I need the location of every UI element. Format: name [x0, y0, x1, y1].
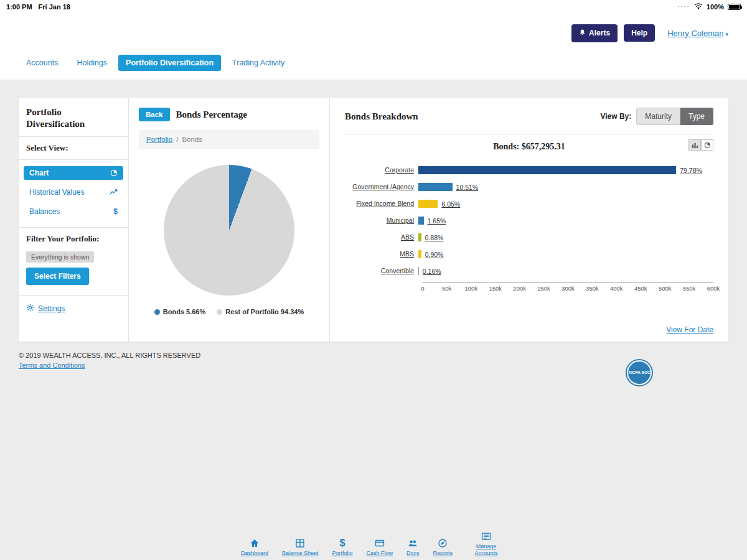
breadcrumb: Portfolio / Bonds	[139, 130, 319, 149]
axis-tick-label: 0	[421, 285, 424, 292]
bar-track: 1.65%	[418, 217, 713, 225]
settings-link[interactable]: Settings	[38, 304, 65, 313]
select-filters-button[interactable]: Select Filters	[26, 268, 89, 285]
help-label: Help	[631, 29, 647, 37]
bar-percent-link-convertible[interactable]: 0.16%	[423, 267, 441, 276]
trend-icon	[110, 189, 118, 195]
bottom-nav-dashboard[interactable]: Dashboard	[241, 538, 268, 556]
bar-row: MBS0.90%	[345, 246, 713, 263]
bar-percent-link-corporate[interactable]: 79.78%	[680, 166, 702, 175]
divider	[345, 134, 713, 134]
bar-category-link-mbs[interactable]: MBS	[345, 251, 418, 258]
pie-chart-toggle-icon[interactable]	[701, 139, 713, 151]
bottom-nav-label: Cash Flow	[367, 550, 393, 556]
bottom-nav-portfolio[interactable]: $Portfolio	[332, 538, 353, 556]
bottom-nav-cash-flow[interactable]: Cash Flow	[367, 538, 393, 556]
bar-category-link-government-agency[interactable]: Government /Agency	[345, 184, 418, 191]
bar-percent-link-abs[interactable]: 0.88%	[425, 233, 444, 242]
terms-and-conditions-link[interactable]: Terms and Conditions	[19, 362, 85, 369]
axis-tick-label: 400k	[610, 285, 623, 292]
bar-panel-title: Bonds Breakdown	[345, 111, 418, 122]
status-bar: 1:00 PM Fri Jan 18 ···· 100%	[0, 0, 747, 14]
bar-category-link-municipal[interactable]: Municipal	[345, 217, 418, 225]
bar-category-link-fixed-income-blend[interactable]: Fixed Income Blend	[345, 200, 418, 208]
axis-tick-label: 200k	[513, 285, 526, 292]
bar-track: 0.16%	[418, 267, 713, 276]
bar-category-link-corporate[interactable]: Corporate	[345, 167, 418, 174]
bell-icon	[579, 29, 586, 38]
alerts-button[interactable]: Alerts	[571, 24, 618, 42]
bar-government-agency[interactable]	[418, 183, 453, 191]
copyright-text: © 2019 WEALTH ACCESS, INC., ALL RIGHTS R…	[19, 352, 728, 359]
sidebar: Portfolio Diversification Select View: C…	[19, 98, 129, 342]
bonds-bar-chart: Corporate79.78%Government /Agency10.51%F…	[345, 162, 713, 279]
sidebar-item-balances[interactable]: Balances$	[24, 205, 123, 218]
legend-label: Rest of Portfolio 94.34%	[225, 308, 304, 315]
bar-percent-link-fixed-income-blend[interactable]: 6.05%	[441, 200, 460, 208]
main-card: Portfolio Diversification Select View: C…	[19, 98, 728, 342]
bar-chart-toggle-icon[interactable]	[688, 139, 701, 151]
bar-chart-title: Bonds: $657,295.31	[493, 142, 565, 151]
view-item-label: Balances	[29, 207, 60, 216]
view-item-label: Chart	[29, 169, 49, 177]
user-menu[interactable]: Henry Coleman▾	[667, 29, 728, 38]
legend-item-rest-of-portfolio[interactable]: Rest of Portfolio 94.34%	[217, 308, 304, 315]
help-button[interactable]: Help	[624, 24, 655, 42]
breadcrumb-separator: /	[176, 136, 178, 143]
legend-label: Bonds 5.66%	[163, 308, 205, 315]
sidebar-item-chart[interactable]: Chart	[24, 166, 123, 180]
sidebar-item-historical-values[interactable]: Historical Values	[24, 185, 123, 199]
bar-row: Government /Agency10.51%	[345, 179, 713, 195]
bar-convertible[interactable]	[418, 267, 419, 275]
compass-icon	[438, 538, 448, 548]
bottom-nav-docs[interactable]: Docs	[406, 538, 420, 556]
bonds-percentage-panel: Back Bonds Percentage Portfolio / Bonds …	[129, 98, 330, 342]
breadcrumb-portfolio-link[interactable]: Portfolio	[146, 136, 172, 143]
settings-link-row[interactable]: Settings	[19, 295, 128, 322]
bottom-nav-reports[interactable]: Reports	[433, 538, 453, 556]
bar-percent-link-mbs[interactable]: 0.90%	[425, 250, 444, 259]
tab-trading-activity[interactable]: Trading Activity	[225, 55, 292, 71]
bar-percent-link-municipal[interactable]: 1.65%	[428, 217, 446, 225]
bottom-nav: DashboardBalance Sheet$PortfolioCash Flo…	[0, 531, 747, 556]
chart-type-toggles	[688, 139, 713, 151]
axis-tick-label: 50k	[442, 285, 451, 292]
bar-municipal[interactable]	[418, 217, 424, 225]
tab-accounts[interactable]: Accounts	[19, 55, 65, 71]
bar-category-link-abs[interactable]: ABS	[345, 234, 418, 241]
legend-item-bonds[interactable]: Bonds 5.66%	[154, 308, 205, 315]
legend-swatch	[217, 309, 222, 315]
view-for-date-link[interactable]: View For Date	[666, 325, 713, 334]
bar-track: 0.90%	[418, 250, 713, 259]
axis-tick-label: 600k	[707, 285, 720, 292]
bar-mbs[interactable]	[418, 250, 421, 258]
aicpa-soc-badge[interactable]: AICPA SOC	[627, 360, 652, 385]
bar-percent-link-government-agency[interactable]: 10.51%	[456, 183, 479, 192]
back-button[interactable]: Back	[139, 108, 170, 121]
view-by-segmented-control: MaturityType	[636, 108, 713, 125]
axis-tick-label: 150k	[489, 285, 502, 292]
legend-swatch	[154, 309, 160, 315]
bar-row: ABS0.88%	[345, 229, 713, 246]
top-white-area: 1:00 PM Fri Jan 18 ···· 100% Alerts Help…	[0, 0, 747, 80]
dollar-icon: $	[337, 538, 348, 548]
bottom-nav-manage-accounts[interactable]: Manage Accounts	[466, 531, 506, 556]
battery-percent: 100%	[707, 3, 724, 11]
view-list: ChartHistorical ValuesBalances$	[19, 160, 128, 228]
bar-fixed-income-blend[interactable]	[418, 200, 438, 208]
view-by-type[interactable]: Type	[680, 108, 713, 125]
bar-corporate[interactable]	[418, 166, 676, 174]
bar-row: Municipal1.65%	[345, 212, 713, 229]
bonds-pie-chart[interactable]	[164, 165, 294, 296]
filter-portfolio-label: Filter Your Portfolio:	[19, 228, 128, 250]
gear-icon	[26, 304, 34, 314]
bottom-nav-label: Reports	[433, 550, 453, 556]
tab-holdings[interactable]: Holdings	[69, 55, 115, 71]
tab-portfolio-diversification[interactable]: Portfolio Diversification	[118, 55, 221, 71]
bottom-nav-balance-sheet[interactable]: Balance Sheet	[282, 538, 319, 556]
wifi-icon	[694, 3, 703, 11]
bar-category-link-convertible[interactable]: Convertible	[345, 268, 418, 275]
bar-abs[interactable]	[418, 233, 421, 241]
view-by-maturity[interactable]: Maturity	[636, 108, 680, 125]
view-by-label: View By:	[600, 112, 631, 121]
